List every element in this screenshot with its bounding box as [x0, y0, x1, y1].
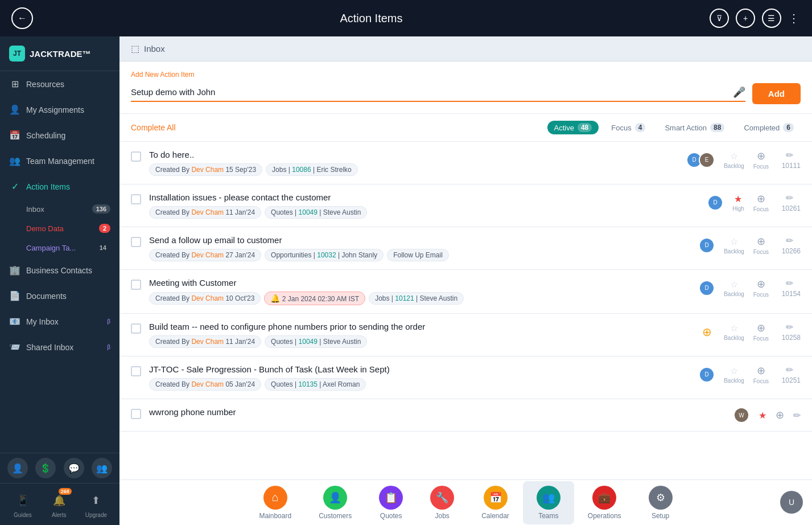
sidebar-item-documents[interactable]: 📄 Documents: [0, 283, 119, 309]
item-7-checkbox[interactable]: [131, 409, 141, 419]
items-list: To do here.. Created By Dev Cham 15 Sep'…: [119, 142, 812, 479]
item-6-star[interactable]: ☆: [730, 366, 738, 376]
item-1-focus-col: ⊕ Focus: [753, 150, 769, 170]
user-avatar-container[interactable]: U: [780, 491, 803, 514]
item-1-avatars: D E: [686, 152, 715, 168]
sidebar-item-shared-inbox[interactable]: 📨 Shared Inbox β: [0, 334, 119, 360]
alerts-badge: 268: [59, 488, 72, 495]
item-7-title: wwrong phone number: [149, 407, 726, 417]
chat-quick-icon[interactable]: 💬: [64, 458, 84, 478]
item-5-focus-icon[interactable]: ⊕: [757, 322, 765, 334]
my-assignments-icon: 👤: [9, 104, 20, 115]
sidebar-sub-demo-data[interactable]: Demo Data 2: [26, 219, 119, 238]
filter-tab-active[interactable]: Active 48: [547, 121, 599, 134]
item-4-creator-tag: Created By Dev Cham 10 Oct'23: [149, 292, 261, 305]
top-bar: ← Action Items ⊽ + ☰ ⋮: [0, 0, 812, 36]
dollar-quick-icon[interactable]: 💲: [35, 458, 56, 478]
sidebar-item-my-assignments[interactable]: 👤 My Assignments: [0, 97, 119, 122]
item-1-meta: Created By Dev Cham 15 Sep'23 Jobs | 100…: [149, 163, 678, 176]
item-1-star[interactable]: ☆: [730, 151, 738, 162]
item-5-checkbox[interactable]: [131, 323, 141, 334]
sidebar-item-resources[interactable]: ⊞ Resources: [0, 71, 119, 97]
sidebar-item-action-items[interactable]: ✓ Action Items: [0, 174, 119, 199]
filter-tab-completed[interactable]: Completed 6: [737, 121, 801, 134]
more-options-button[interactable]: ⋮: [788, 11, 801, 25]
item-2-focus-icon[interactable]: ⊕: [757, 192, 765, 205]
customers-icon: 👤: [323, 486, 347, 510]
item-1-checkbox[interactable]: [131, 151, 141, 162]
item-4-edit-icon[interactable]: ✏: [786, 278, 793, 289]
sidebar-item-scheduling[interactable]: 📅 Scheduling: [0, 122, 119, 148]
nav-item-customers[interactable]: 👤 Customers: [305, 481, 365, 524]
item-7-edit-icon[interactable]: ✏: [793, 410, 801, 421]
group-quick-icon[interactable]: 👥: [92, 458, 112, 478]
smart-action-count: 88: [710, 123, 724, 132]
item-6-focus-icon[interactable]: ⊕: [757, 364, 765, 377]
item-3-focus-icon[interactable]: ⊕: [757, 235, 765, 248]
item-6-quote-tag: Quotes | 10135 | Axel Roman: [265, 378, 366, 391]
guides-label: Guides: [14, 512, 32, 518]
sidebar-item-business-contacts[interactable]: 🏢 Business Contacts: [0, 257, 119, 283]
item-4-checkbox[interactable]: [131, 280, 141, 290]
item-2-id: 10261: [778, 204, 801, 212]
item-2-focus-col: ⊕ Focus: [753, 192, 769, 212]
person-quick-icon[interactable]: 👤: [7, 458, 28, 478]
menu-button[interactable]: ☰: [762, 9, 781, 28]
item-5-meta: Created By Dev Cham 11 Jan'24 Quotes | 1…: [149, 335, 691, 348]
item-4-focus-icon[interactable]: ⊕: [757, 278, 765, 290]
sidebar-item-team-management[interactable]: 👥 Team Management: [0, 148, 119, 174]
alerts-nav-item[interactable]: 🔔 268 Alerts: [49, 490, 69, 518]
guides-nav-item[interactable]: 📱 Guides: [13, 490, 33, 518]
nav-item-quotes[interactable]: 📋 Quotes: [365, 481, 417, 524]
nav-item-jobs[interactable]: 🔧 Jobs: [417, 481, 468, 524]
item-6-avatars: D: [699, 367, 715, 383]
item-1-title: To do here..: [149, 150, 678, 159]
filter-button[interactable]: ⊽: [710, 9, 729, 28]
nav-item-mainboard[interactable]: ⌂ Mainboard: [245, 481, 305, 524]
item-2-star[interactable]: ★: [734, 194, 742, 204]
teams-label: Teams: [538, 512, 558, 520]
item-1-actions: D E ☆ Backlog ⊕ Focus ✏ 10111: [686, 150, 801, 170]
add-item-button[interactable]: Add: [752, 83, 801, 104]
item-6-backlog-label: Backlog: [724, 378, 744, 384]
back-button[interactable]: ←: [11, 7, 33, 29]
upgrade-nav-item[interactable]: ⬆ Upgrade: [85, 490, 107, 518]
table-row: To do here.. Created By Dev Cham 15 Sep'…: [119, 142, 812, 184]
nav-item-setup[interactable]: ⚙ Setup: [635, 481, 686, 524]
filter-tab-focus[interactable]: Focus 4: [604, 121, 652, 134]
my-inbox-beta-badge: β: [107, 318, 110, 325]
item-3-id: 10266: [778, 247, 801, 255]
add-button[interactable]: +: [736, 9, 755, 28]
item-3-checkbox[interactable]: [131, 237, 141, 247]
item-4-star[interactable]: ☆: [730, 279, 738, 290]
item-3-star[interactable]: ☆: [730, 236, 738, 247]
item-7-focus-icon[interactable]: ⊕: [776, 409, 784, 421]
item-1-focus-icon[interactable]: ⊕: [757, 150, 765, 162]
item-5-star[interactable]: ☆: [730, 323, 738, 334]
item-7-star[interactable]: ★: [759, 410, 766, 421]
item-4-avatars: D: [699, 280, 715, 296]
item-3-actions: D ☆ Backlog ⊕ Focus ✏ 10266: [699, 235, 801, 255]
item-5-edit-icon[interactable]: ✏: [786, 322, 793, 333]
item-2-checkbox[interactable]: [131, 194, 141, 204]
item-3-edit-icon[interactable]: ✏: [786, 235, 793, 246]
nav-item-teams[interactable]: 👥 Teams: [523, 481, 574, 524]
sidebar-sub-inbox[interactable]: Inbox 136: [26, 199, 119, 219]
item-6-edit-icon[interactable]: ✏: [786, 364, 793, 375]
item-6-checkbox[interactable]: [131, 366, 141, 376]
filters-bar: Complete All Active 48 Focus 4 Smart Act…: [119, 114, 812, 142]
documents-icon: 📄: [9, 290, 20, 301]
item-4-bell-tag: 🔔 2 Jan 2024 02:30 AM IST: [264, 292, 365, 305]
sidebar-item-my-inbox[interactable]: 📧 My Inbox β: [0, 309, 119, 334]
complete-all-button[interactable]: Complete All: [131, 123, 176, 132]
sidebar-sub-campaign[interactable]: Campaign Ta... 14: [26, 238, 119, 257]
item-2-actions: D ★ High ⊕ Focus ✏ 10261: [707, 192, 801, 212]
item-5-edit-col: ✏ 10258: [778, 322, 801, 342]
add-item-input[interactable]: [131, 87, 733, 97]
nav-item-operations[interactable]: 💼 Operations: [574, 481, 635, 524]
item-1-edit-icon[interactable]: ✏: [786, 150, 793, 161]
circle-add-icon[interactable]: ⊕: [702, 325, 712, 339]
item-2-edit-icon[interactable]: ✏: [786, 192, 793, 203]
filter-tab-smart-action[interactable]: Smart Action 88: [658, 121, 731, 134]
nav-item-calendar[interactable]: 📅 Calendar: [468, 481, 523, 524]
